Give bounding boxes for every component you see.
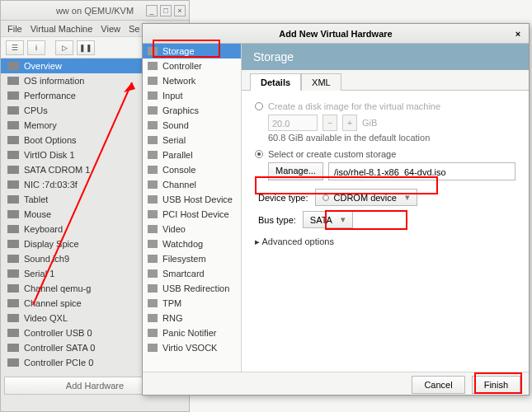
add-hardware-dialog: Add New Virtual Hardware × Storage Contr…: [142, 23, 530, 396]
close-icon[interactable]: ×: [174, 5, 186, 16]
sidebar-serial[interactable]: Serial: [143, 133, 241, 147]
sidebar-smartcard[interactable]: Smartcard: [143, 266, 241, 281]
sidebar-usbhost[interactable]: USB Host Device: [143, 192, 241, 207]
sidebar-storage[interactable]: Storage: [143, 44, 241, 59]
cancel-button[interactable]: Cancel: [412, 376, 464, 394]
storage-path-input[interactable]: /iso/rhel-8.1-x86_64-dvd.iso: [328, 162, 516, 180]
finish-button[interactable]: Finish: [472, 376, 520, 394]
device-type-label: Device type:: [258, 193, 308, 203]
tab-details[interactable]: Details: [250, 73, 301, 91]
sidebar-watchdog[interactable]: Watchdog: [143, 236, 241, 251]
dialog-sidebar: Storage Controller Network Input Graphic…: [143, 44, 242, 372]
menu-send[interactable]: Se: [129, 24, 139, 34]
bus-type-combo[interactable]: SATA: [303, 211, 353, 228]
sidebar-usbredir[interactable]: USB Redirection: [143, 281, 241, 296]
radio-create-image: Create a disk image for the virtual mach…: [255, 101, 516, 111]
sidebar-vsock[interactable]: Virtio VSOCK: [143, 340, 241, 355]
dialog-header: Storage: [242, 44, 529, 70]
sidebar-network[interactable]: Network: [143, 73, 241, 88]
sidebar-graphics[interactable]: Graphics: [143, 103, 241, 118]
tab-xml[interactable]: XML: [301, 73, 341, 91]
menu-vm[interactable]: Virtual Machine: [31, 24, 93, 34]
maximize-icon[interactable]: □: [160, 5, 172, 16]
dialog-titlebar: Add New Virtual Hardware ×: [143, 24, 529, 44]
available-text: 60.8 GiB available in the default locati…: [268, 133, 516, 143]
size-minus: −: [322, 115, 337, 131]
radio-custom-storage[interactable]: Select or create custom storage: [255, 149, 516, 159]
sidebar-input[interactable]: Input: [143, 88, 241, 103]
sidebar-parallel[interactable]: Parallel: [143, 147, 241, 162]
minimize-icon[interactable]: _: [146, 5, 158, 16]
advanced-options[interactable]: Advanced options: [255, 236, 516, 247]
device-type-combo[interactable]: CDROM device: [315, 189, 417, 206]
size-input: 20.0: [268, 115, 318, 131]
sidebar-panic[interactable]: Panic Notifier: [143, 325, 241, 340]
main-title: ww on QEMU/KVM: [56, 6, 134, 16]
sidebar-rng[interactable]: RNG: [143, 311, 241, 325]
dialog-close-icon[interactable]: ×: [512, 28, 524, 40]
sidebar-pcihost[interactable]: PCI Host Device: [143, 207, 241, 222]
pause-icon[interactable]: ❚❚: [77, 40, 95, 55]
sidebar-controller[interactable]: Controller: [143, 59, 241, 73]
dialog-title: Add New Virtual Hardware: [279, 29, 392, 39]
menu-view[interactable]: View: [101, 24, 120, 34]
manage-button[interactable]: Manage...: [268, 162, 323, 180]
run-icon[interactable]: ▷: [55, 40, 73, 55]
details-icon[interactable]: i: [27, 40, 45, 55]
sidebar-filesystem[interactable]: Filesystem: [143, 251, 241, 266]
sidebar-sound[interactable]: Sound: [143, 118, 241, 133]
sidebar-video[interactable]: Video: [143, 222, 241, 236]
main-titlebar: ww on QEMU/KVM _ □ ×: [1, 1, 189, 21]
size-plus: +: [342, 115, 357, 131]
size-unit: GiB: [362, 118, 377, 128]
sidebar-channel[interactable]: Channel: [143, 177, 241, 192]
console-icon[interactable]: ☰: [6, 40, 24, 55]
sidebar-console[interactable]: Console: [143, 162, 241, 177]
sidebar-tpm[interactable]: TPM: [143, 296, 241, 311]
menu-file[interactable]: File: [7, 24, 22, 34]
bus-type-label: Bus type:: [258, 215, 296, 225]
